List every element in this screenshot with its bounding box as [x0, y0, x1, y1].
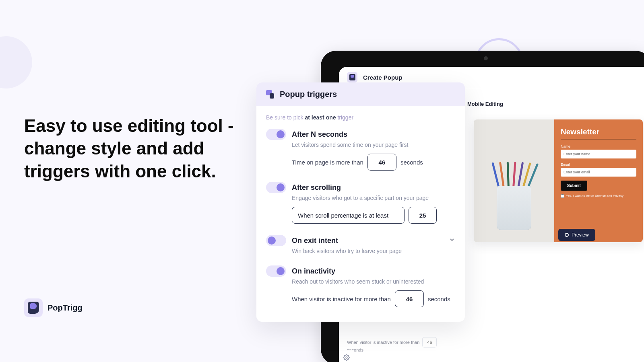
after-seconds-title: After N seconds	[292, 130, 347, 139]
after-seconds-input[interactable]	[367, 154, 396, 171]
eye-icon	[565, 233, 569, 237]
preview-image	[474, 119, 554, 242]
app-logo-icon	[347, 72, 357, 82]
chevron-down-icon[interactable]	[449, 237, 455, 243]
consent-row[interactable]: Yes, I want to be on Service and Privacy	[561, 194, 636, 198]
inactivity-prefix: When visitor is inactive for more than	[292, 296, 391, 302]
email-input[interactable]	[561, 168, 636, 177]
trigger-after-seconds: After N seconds Let visitors spend some …	[266, 129, 455, 171]
page-title: Create Popup	[363, 74, 402, 81]
after-seconds-toggle[interactable]	[266, 129, 286, 140]
after-seconds-desc: Let visitors spend some time on your pag…	[292, 142, 455, 148]
preview-column: Mobile Editing Newsletter Name Email Sub…	[450, 88, 644, 362]
bg-inactivity-input[interactable]	[422, 337, 437, 348]
name-label: Name	[561, 144, 636, 148]
panel-header: Popup triggers	[256, 82, 465, 106]
exit-intent-desc: Win back visitors who try to leave your …	[292, 248, 455, 254]
devices-icon	[266, 90, 275, 99]
after-seconds-suffix: seconds	[400, 159, 423, 166]
inactivity-toggle[interactable]	[266, 265, 286, 277]
preview-form-heading: Newsletter	[561, 128, 636, 140]
hero: Easy to use editing tool - change style …	[24, 115, 237, 183]
scroll-condition-select[interactable]	[292, 207, 405, 224]
submit-button[interactable]: Submit	[561, 181, 587, 191]
triggers-panel: Popup triggers Be sure to pick at least …	[256, 82, 465, 322]
consent-checkbox[interactable]	[561, 194, 564, 198]
preview-form: Newsletter Name Email Submit Yes, I want…	[554, 119, 643, 242]
brand-logo-icon	[24, 298, 43, 317]
trigger-after-scrolling: After scrolling Engage visitors who got …	[266, 182, 455, 224]
after-scrolling-desc: Engage visitors who got to a specific pa…	[292, 195, 455, 201]
panel-note: Be sure to pick at least one trigger	[266, 114, 455, 121]
bg-inactivity-row: When visitor is inactive for more than s…	[347, 337, 450, 352]
exit-intent-toggle[interactable]	[266, 235, 286, 246]
after-scrolling-title: After scrolling	[292, 183, 341, 192]
scroll-percent-input[interactable]	[409, 207, 437, 224]
inactivity-suffix: seconds	[428, 296, 450, 302]
panel-title: Popup triggers	[280, 90, 337, 99]
name-input[interactable]	[561, 150, 636, 158]
mobile-editing-label: Mobile Editing	[467, 101, 503, 107]
bg-decor-circle	[0, 36, 32, 88]
trigger-inactivity: On inactivity Reach out to visitors who …	[266, 265, 455, 307]
after-seconds-prefix: Time on page is more than	[292, 159, 363, 166]
mobile-editing-toggle-row: Mobile Editing	[450, 100, 644, 107]
after-scrolling-toggle[interactable]	[266, 182, 286, 193]
svg-point-0	[346, 357, 347, 358]
inactivity-input[interactable]	[395, 290, 424, 307]
tablet-camera	[484, 56, 488, 60]
preview-button[interactable]: Preview	[558, 229, 595, 241]
brand: PopTrigg	[24, 298, 83, 317]
trigger-exit-intent: On exit intent Win back visitors who try…	[266, 235, 455, 254]
popup-preview: Newsletter Name Email Submit Yes, I want…	[474, 119, 643, 242]
brand-name: PopTrigg	[47, 303, 83, 313]
exit-intent-title: On exit intent	[292, 237, 338, 245]
inactivity-title: On inactivity	[292, 267, 335, 276]
email-label: Email	[561, 162, 636, 167]
hero-heading: Easy to use editing tool - change style …	[24, 115, 237, 183]
inactivity-desc: Reach out to visitors who seem stuck or …	[292, 278, 455, 285]
settings-gear-button[interactable]	[339, 350, 354, 362]
